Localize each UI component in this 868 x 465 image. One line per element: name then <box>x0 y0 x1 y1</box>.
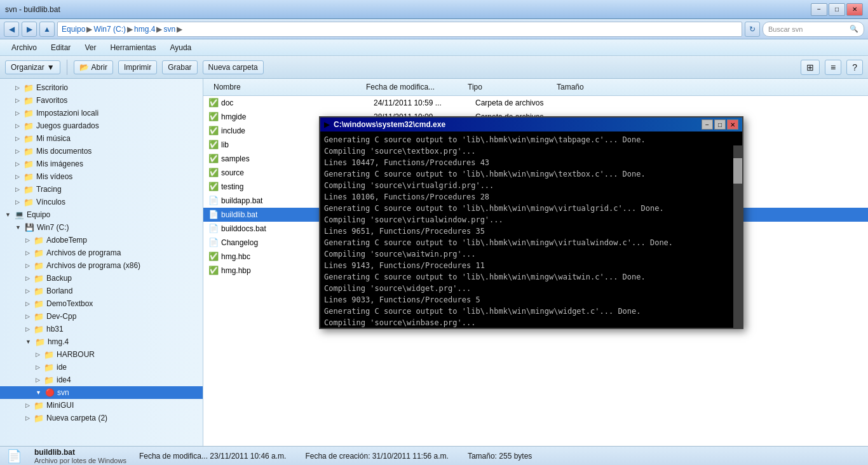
sidebar-item-hmg4[interactable]: ▼ hmg.4 <box>0 335 203 348</box>
refresh-button[interactable]: ↻ <box>745 22 760 37</box>
sidebar-item-juegos[interactable]: ▷ Juegos guardados <box>0 119 203 132</box>
status-info: buildlib.bat Archivo por lotes de Window… <box>34 448 126 464</box>
menu-bar: Archivo Editar Ver Herramientas Ayuda <box>0 39 868 56</box>
status-meta: Fecha de modifica... 23/11/2011 10:46 a.… <box>139 452 532 461</box>
cmd-scrollbar[interactable] <box>733 145 742 328</box>
forward-button[interactable]: ▶ <box>22 22 37 37</box>
back-button[interactable]: ◀ <box>4 22 19 37</box>
folder-icon <box>24 134 34 143</box>
folder-icon <box>34 414 44 422</box>
organize-button[interactable]: Organizar ▼ <box>5 60 60 74</box>
sidebar-item-favoritos[interactable]: ▷ Favoritos <box>0 94 203 107</box>
sidebar-label: Mis imágenes <box>36 159 83 168</box>
toolbar-separator <box>67 60 67 75</box>
breadcrumb-bar[interactable]: Equipo ▶ Win7 (C:) ▶ hmg.4 ▶ svn ▶ <box>57 22 742 37</box>
menu-herramientas[interactable]: Herramientas <box>104 42 162 53</box>
menu-editar[interactable]: Editar <box>44 42 77 53</box>
folder-check-icon: ✅ <box>208 126 219 136</box>
print-button[interactable]: Imprimir <box>118 60 157 74</box>
folder-icon <box>34 236 44 245</box>
folder-icon <box>34 401 44 410</box>
cmd-maximize-button[interactable]: □ <box>714 119 726 130</box>
menu-ver[interactable]: Ver <box>78 42 102 53</box>
menu-archivo[interactable]: Archivo <box>5 42 43 53</box>
breadcrumb-hmg4[interactable]: hmg.4 <box>134 25 155 34</box>
sidebar-item-svn[interactable]: ▼ 🔴 svn <box>0 386 203 399</box>
sidebar-item-ide4[interactable]: ▷ ide4 <box>0 374 203 386</box>
sidebar[interactable]: ▷ Escritorio ▷ Favoritos ▷ Impostazioni … <box>0 79 203 446</box>
folder-icon <box>34 274 44 283</box>
breadcrumb-win7[interactable]: Win7 (C:) <box>93 25 126 34</box>
sidebar-item-minigui[interactable]: ▷ MiniGUI <box>0 399 203 412</box>
sidebar-label: Mi música <box>36 134 71 143</box>
sidebar-item-ide[interactable]: ▷ ide <box>0 361 203 374</box>
sidebar-label: Escritorio <box>36 83 68 92</box>
breadcrumb-svn[interactable]: svn <box>163 25 175 34</box>
up-button[interactable]: ▲ <box>39 22 55 37</box>
sidebar-label: Backup <box>46 274 72 283</box>
sidebar-item-borland[interactable]: ▷ Borland <box>0 285 203 297</box>
help-button[interactable]: ? <box>846 60 863 75</box>
sidebar-item-devcpp[interactable]: ▷ Dev-Cpp <box>0 310 203 323</box>
sidebar-item-nueva-carpeta[interactable]: ▷ Nueva carpeta (2) <box>0 412 203 424</box>
sidebar-label: Favoritos <box>36 96 67 105</box>
sidebar-item-escritorio[interactable]: ▷ Escritorio <box>0 81 203 94</box>
folder-icon: 🔴 <box>45 388 55 397</box>
sidebar-item-vinculos[interactable]: ▷ Vínculos <box>0 196 203 208</box>
sidebar-label: Equipo <box>27 210 50 219</box>
breadcrumb-equipo[interactable]: Equipo <box>62 25 85 34</box>
sidebar-label: ide <box>57 363 67 372</box>
view-options-button[interactable]: ⊞ <box>801 60 820 75</box>
sidebar-item-demotextbox[interactable]: ▷ DemoTextbox <box>0 297 203 310</box>
sidebar-item-imagenes[interactable]: ▷ Mis imágenes <box>0 158 203 170</box>
sidebar-item-musica[interactable]: ▷ Mi música <box>0 132 203 145</box>
sidebar-item-backup[interactable]: ▷ Backup <box>0 272 203 285</box>
col-header-name[interactable]: Nombre <box>208 81 361 93</box>
open-button[interactable]: 📂 Abrir <box>74 60 113 74</box>
new-folder-button[interactable]: Nueva carpeta <box>203 60 264 74</box>
sidebar-item-hb31[interactable]: ▷ hb31 <box>0 323 203 335</box>
expand-arrow-icon: ▷ <box>25 275 30 281</box>
sidebar-label: Juegos guardados <box>36 121 99 130</box>
expand-arrow-icon: ▷ <box>36 364 40 370</box>
toolbar: Organizar ▼ 📂 Abrir Imprimir Grabar Nuev… <box>0 56 868 79</box>
expand-arrow-icon: ▼ <box>15 224 21 231</box>
cmd-scroll-thumb[interactable] <box>733 158 742 184</box>
col-header-type[interactable]: Tipo <box>463 81 552 93</box>
minimize-button[interactable]: − <box>811 3 827 16</box>
search-bar[interactable]: Buscar svn 🔍 <box>763 22 864 37</box>
folder-icon <box>44 375 54 384</box>
expand-arrow-icon: ▷ <box>15 173 20 180</box>
search-icon: 🔍 <box>850 25 858 33</box>
folder-check-icon: ✅ <box>208 140 219 150</box>
close-button[interactable]: ✕ <box>846 3 863 16</box>
view-details-button[interactable]: ≡ <box>825 60 841 75</box>
file-row-doc[interactable]: ✅ doc 24/11/2011 10:59 ... Carpeta de ar… <box>203 96 868 110</box>
sidebar-label: MiniGUI <box>46 401 74 410</box>
sidebar-item-archivos-prog-x86[interactable]: ▷ Archivos de programa (x86) <box>0 259 203 272</box>
sidebar-item-archivos-prog[interactable]: ▷ Archivos de programa <box>0 246 203 259</box>
sidebar-item-harbour[interactable]: ▷ HARBOUR <box>0 348 203 361</box>
col-header-size[interactable]: Tamaño <box>552 81 615 93</box>
cmd-title-buttons: − □ ✕ <box>702 119 738 130</box>
folder-icon <box>34 261 44 270</box>
folder-icon <box>24 198 34 206</box>
sidebar-label: Nueva carpeta (2) <box>46 414 107 422</box>
sidebar-item-win7[interactable]: ▼ 💾 Win7 (C:) <box>0 221 203 234</box>
expand-arrow-icon: ▷ <box>25 262 30 269</box>
menu-ayuda[interactable]: Ayuda <box>163 42 198 53</box>
sidebar-item-impostazioni[interactable]: ▷ Impostazioni locali <box>0 107 203 119</box>
col-header-date[interactable]: Fecha de modifica... <box>361 81 463 93</box>
burn-button[interactable]: Grabar <box>162 60 197 74</box>
cmd-minimize-button[interactable]: − <box>702 119 713 130</box>
sidebar-item-equipo[interactable]: ▼ 💻 Equipo <box>0 208 203 221</box>
sidebar-item-videos[interactable]: ▷ Mis vídeos <box>0 170 203 183</box>
cmd-close-button[interactable]: ✕ <box>727 119 738 130</box>
file-date: 24/11/2011 10:59 ... <box>374 98 475 107</box>
sidebar-item-tracing[interactable]: ▷ Tracing <box>0 183 203 196</box>
maximize-button[interactable]: □ <box>829 3 845 16</box>
expand-arrow-icon: ▷ <box>15 110 20 116</box>
expand-arrow-icon: ▼ <box>36 389 41 396</box>
sidebar-item-documentos[interactable]: ▷ Mis documentos <box>0 145 203 158</box>
sidebar-item-adobetemp[interactable]: ▷ AdobeTemp <box>0 234 203 246</box>
